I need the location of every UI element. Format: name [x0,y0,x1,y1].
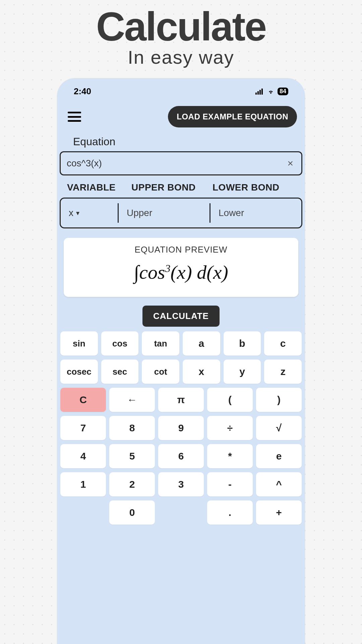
keypad: sin cos tan a b c cosec sec cot x y z C … [60,331,302,525]
svg-rect-1 [257,91,259,95]
battery-indicator: 84 [278,88,288,95]
equation-input[interactable] [67,158,285,169]
key-3[interactable]: 3 [158,472,204,496]
key-x[interactable]: x [183,360,220,384]
key-y[interactable]: y [224,360,261,384]
key-a[interactable]: a [183,331,220,356]
key-dot[interactable]: . [207,500,253,525]
phone-frame: 2:40 84 LOAD EXAMPLE EQUATION Equation ×… [57,78,305,644]
key-sin[interactable]: sin [60,331,98,356]
bond-labels: VARIABLE UPPER BOND LOWER BOND [64,175,298,198]
key-multiply[interactable]: * [207,444,253,468]
app-toolbar: LOAD EXAMPLE EQUATION [64,103,298,131]
chevron-down-icon: ▾ [76,209,79,217]
key-7[interactable]: 7 [60,416,106,440]
key-lparen[interactable]: ( [207,388,253,412]
key-rparen[interactable]: ) [256,388,302,412]
status-bar: 2:40 84 [64,86,298,103]
menu-icon[interactable] [68,112,81,122]
svg-rect-3 [261,89,263,95]
variable-select[interactable]: x ▾ [61,199,118,227]
preview-rest: (x) d(x) [170,261,228,283]
key-minus[interactable]: - [207,472,253,496]
key-6[interactable]: 6 [158,444,204,468]
key-cos[interactable]: cos [101,331,139,356]
lower-bond-input[interactable] [219,208,293,218]
calculate-button[interactable]: CALCULATE [142,306,220,327]
equation-preview-card: EQUATION PREVIEW ∫cos3(x) d(x) [64,238,298,297]
key-clear[interactable]: C [60,388,106,412]
signal-icon [255,89,264,95]
key-1[interactable]: 1 [60,472,106,496]
wifi-icon [267,89,275,95]
bond-row: x ▾ [60,198,302,228]
key-z[interactable]: z [264,360,302,384]
status-time: 2:40 [74,86,91,97]
equation-input-wrap: × [60,151,302,175]
key-caret[interactable]: ^ [256,472,302,496]
preview-fn: cos [139,261,165,283]
key-tan[interactable]: tan [142,331,179,356]
preview-label: EQUATION PREVIEW [70,245,292,255]
preview-sup: 3 [165,262,170,274]
integral-symbol: ∫ [134,261,139,283]
key-divide[interactable]: ÷ [207,416,253,440]
key-cot[interactable]: cot [142,360,179,384]
key-sec[interactable]: sec [101,360,139,384]
upper-bond-label: UPPER BOND [131,182,205,193]
key-0[interactable]: 0 [109,500,155,525]
key-9[interactable]: 9 [158,416,204,440]
key-c[interactable]: c [264,331,302,356]
key-2[interactable]: 2 [109,472,155,496]
status-icons: 84 [255,88,288,95]
preview-equation: ∫cos3(x) d(x) [70,261,292,283]
key-b[interactable]: b [224,331,261,356]
equation-label: Equation [64,131,298,151]
svg-rect-2 [259,90,261,95]
load-example-button[interactable]: LOAD EXAMPLE EQUATION [168,106,297,127]
upper-bond-input[interactable] [127,208,201,218]
variable-label: VARIABLE [67,182,124,193]
clear-equation-icon[interactable]: × [285,158,295,169]
variable-value: x [69,208,73,218]
key-e[interactable]: e [256,444,302,468]
key-backspace[interactable]: ← [109,388,155,412]
key-5[interactable]: 5 [109,444,155,468]
key-pi[interactable]: π [158,388,204,412]
lower-bond-label: LOWER BOND [213,182,279,193]
key-sqrt[interactable]: √ [256,416,302,440]
key-4[interactable]: 4 [60,444,106,468]
key-cosec[interactable]: cosec [60,360,98,384]
svg-rect-0 [255,93,257,95]
hero-title: Calculate [96,3,266,50]
key-8[interactable]: 8 [109,416,155,440]
key-plus[interactable]: + [256,500,302,525]
hero-subtitle: In easy way [128,46,234,68]
